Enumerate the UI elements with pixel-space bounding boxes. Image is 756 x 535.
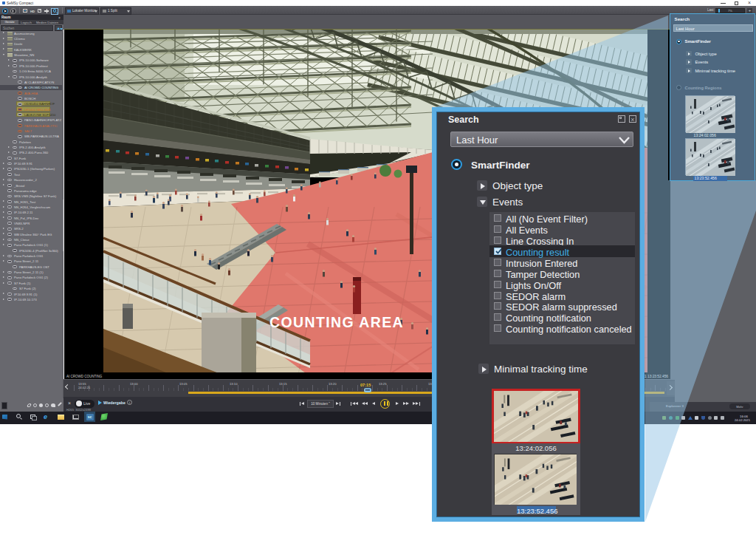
svg-text:COUNTING AREA: COUNTING AREA xyxy=(269,314,404,330)
svg-text:AI CROWD COUNTING: AI CROWD COUNTING xyxy=(66,375,103,378)
